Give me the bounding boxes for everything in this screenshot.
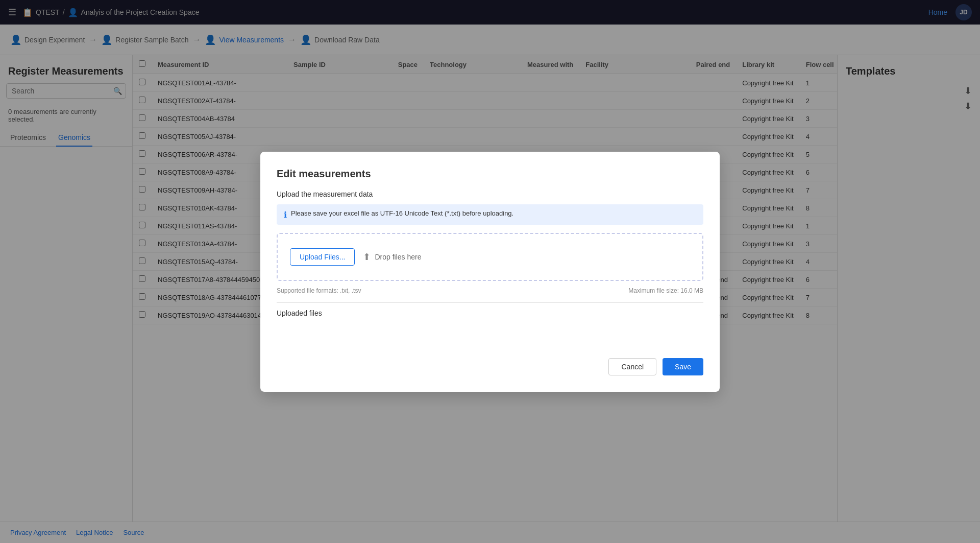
file-meta: Supported file formats: .txt, .tsv Maxim…	[277, 287, 703, 294]
drop-icon: ⬆	[363, 251, 371, 263]
save-button[interactable]: Save	[663, 358, 703, 375]
modal-section-label: Upload the measurement data	[277, 190, 703, 198]
modal-overlay: Edit measurements Upload the measurement…	[0, 0, 980, 543]
modal-footer: Cancel Save	[277, 358, 703, 375]
max-size-label: Maximum file size: 16.0 MB	[628, 287, 703, 294]
modal-title: Edit measurements	[277, 168, 703, 180]
info-text: Please save your excel file as UTF-16 Un…	[291, 209, 513, 217]
upload-files-button[interactable]: Upload Files...	[290, 248, 355, 266]
upload-zone: Upload Files... ⬆ Drop files here	[277, 233, 703, 281]
drop-label: Drop files here	[375, 253, 421, 261]
info-box: ℹ Please save your excel file as UTF-16 …	[277, 204, 703, 225]
cancel-button[interactable]: Cancel	[608, 358, 656, 375]
formats-label: Supported file formats: .txt, .tsv	[277, 287, 361, 294]
info-icon: ℹ	[284, 210, 287, 220]
divider	[277, 302, 703, 303]
edit-measurements-modal: Edit measurements Upload the measurement…	[260, 152, 720, 392]
uploaded-files-label: Uploaded files	[277, 309, 703, 317]
drop-area: ⬆ Drop files here	[363, 251, 421, 263]
